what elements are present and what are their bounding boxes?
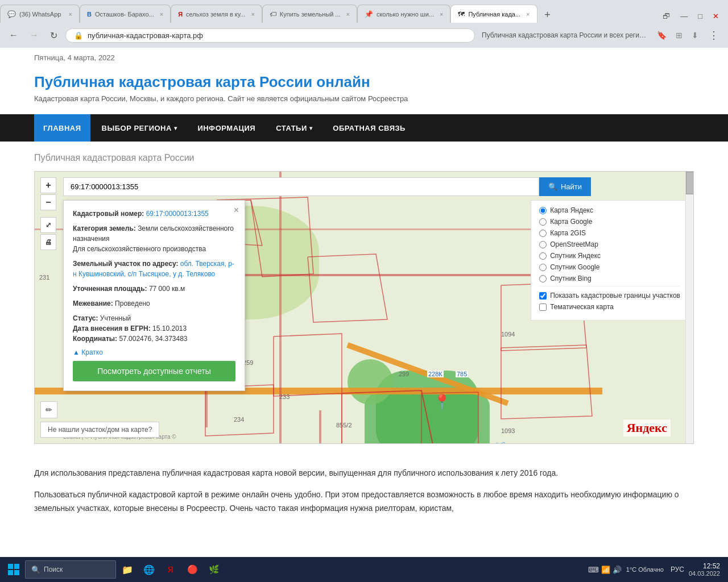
- taskbar-app-telegram[interactable]: 🌿: [204, 559, 224, 580]
- taskbar-app-chrome[interactable]: 🌐: [139, 559, 159, 580]
- nav-item-info[interactable]: ИНФОРМАЦИЯ: [188, 114, 264, 142]
- reload-button[interactable]: ↻: [47, 28, 61, 43]
- map-option-osm[interactable]: OpenStreetMap: [539, 240, 680, 248]
- forward-button[interactable]: →: [26, 28, 42, 43]
- taskbar-app-yandex[interactable]: Я: [160, 559, 181, 580]
- tab-label-selhoz: сельхоз земля в ку...: [186, 11, 245, 18]
- radio-osm-map[interactable]: [539, 241, 547, 248]
- zoom-in-button[interactable]: +: [40, 177, 56, 193]
- svg-rect-0: [8, 564, 13, 569]
- map-label-231: 231: [39, 274, 49, 281]
- tab-kupit[interactable]: 🏷 Купить земельный ... ×: [262, 5, 357, 23]
- road-thin-v3: [319, 410, 321, 444]
- tab-close-kadastrovaya[interactable]: ×: [526, 11, 530, 18]
- tab-close-skolko[interactable]: ×: [440, 11, 443, 18]
- label-thematic: Тематическая карта: [550, 303, 614, 311]
- map-option-satellite-bing[interactable]: Спутник Bing: [539, 275, 680, 282]
- popup-reports-button[interactable]: Посмотреть доступные отчеты: [73, 361, 235, 381]
- yandex-logo: Яндекс: [623, 419, 671, 436]
- new-tab-button[interactable]: +: [540, 7, 556, 23]
- minimize-button[interactable]: —: [677, 10, 691, 23]
- page-content: Для использования представлена публичная…: [0, 455, 728, 534]
- address-bar[interactable]: 🔒 публичная-кадастровая-карта.рф: [65, 28, 475, 43]
- radio-satellite-google[interactable]: [539, 264, 547, 271]
- checkbox-thematic[interactable]: [539, 304, 547, 311]
- bookmark-icon[interactable]: 🔖: [655, 28, 669, 42]
- map-option-show-cadastral[interactable]: Показать кадастровые границы участков: [539, 292, 680, 300]
- tab-close-selhoz[interactable]: ×: [251, 11, 254, 18]
- nav-label-info: ИНФОРМАЦИЯ: [197, 124, 255, 132]
- map-label-299: 299: [399, 371, 409, 377]
- zoom-out-button[interactable]: −: [40, 194, 56, 210]
- map-option-2gis[interactable]: Карта 2GIS: [539, 229, 680, 237]
- page-title-bar: Публичная кадастровая карта России и все…: [479, 29, 650, 41]
- checkbox-show-cadastral[interactable]: [539, 292, 547, 300]
- map-search-input[interactable]: [63, 177, 539, 196]
- nav-item-region[interactable]: ВЫБОР РЕГИОНА ▾: [93, 114, 187, 142]
- nav-item-stati[interactable]: СТАТЬИ ▾: [267, 114, 321, 142]
- download-icon[interactable]: ⬇: [689, 28, 701, 42]
- fullscreen-button[interactable]: ⤢: [40, 217, 56, 233]
- radio-satellite-yandex[interactable]: [539, 252, 547, 260]
- tray-network-icon[interactable]: 📶: [601, 566, 610, 574]
- map-scrollbar-thumb[interactable]: [686, 172, 694, 194]
- tab-close-osashkov[interactable]: ×: [160, 11, 163, 18]
- popup-collapse-button[interactable]: ▲ Кратко: [73, 348, 235, 356]
- nav-label-stati: СТАТЬИ: [276, 124, 307, 132]
- tab-bar: 💬 (36) WhatsApp × В Осташков- Барахо... …: [0, 0, 728, 23]
- page-title-main: Публичная кадастровая карта России онлай…: [34, 73, 694, 91]
- radio-2gis-map[interactable]: [539, 230, 547, 237]
- close-window-button[interactable]: ✕: [709, 10, 722, 23]
- tray-sound-icon[interactable]: 🔊: [613, 566, 622, 574]
- map-option-satellite-google[interactable]: Спутник Google: [539, 263, 680, 271]
- tab-close-whatsapp[interactable]: ×: [69, 11, 72, 18]
- tab-skolko[interactable]: 📌 сколько нужно ши... ×: [357, 5, 450, 23]
- popup-area-value: 77 000 кв.м: [149, 285, 185, 293]
- back-button[interactable]: ←: [6, 28, 22, 43]
- restore-down-button[interactable]: 🗗: [659, 10, 673, 23]
- tab-kadastrovaya[interactable]: 🗺 Публичная када... ×: [450, 5, 537, 23]
- popup-cadastral-link[interactable]: 69:17:0000013:1355: [146, 210, 209, 218]
- popup-date-label: Дата внесения в ЕГРН:: [73, 325, 151, 332]
- popup-close-button[interactable]: ×: [234, 205, 239, 215]
- search-btn-label: Найти: [561, 182, 582, 191]
- map-search-button[interactable]: 🔍 Найти: [539, 177, 591, 196]
- print-button[interactable]: 🖨: [40, 234, 56, 250]
- map-not-found-button[interactable]: Не нашли участок/дом на карте?: [40, 422, 159, 438]
- lang-label: РУС: [671, 566, 684, 573]
- radio-yandex-map[interactable]: [539, 207, 547, 214]
- nav-item-glavnaya[interactable]: ГЛАВНАЯ: [34, 114, 90, 142]
- taskbar-app-file-explorer[interactable]: 📁: [117, 559, 138, 580]
- taskbar-app-yandex-browser[interactable]: 🔴: [182, 559, 202, 580]
- draw-button[interactable]: ✏: [40, 401, 57, 418]
- map-option-yandex[interactable]: Карта Яндекс: [539, 206, 680, 214]
- nav-item-feedback[interactable]: ОБРАТНАЯ СВЯЗЬ: [324, 114, 415, 142]
- taskbar-search[interactable]: 🔍 Поиск: [25, 560, 116, 579]
- tray-weather[interactable]: 1°С Облачно: [624, 565, 666, 574]
- map-option-google[interactable]: Карта Google: [539, 218, 680, 226]
- browser-menu-button[interactable]: ⋮: [705, 27, 722, 44]
- tab-close-kupit[interactable]: ×: [346, 11, 350, 18]
- not-found-label: Не нашли участок/дом на карте?: [48, 426, 152, 434]
- map-option-thematic[interactable]: Тематическая карта: [539, 303, 680, 311]
- map-option-satellite-yandex[interactable]: Спутник Яндекс: [539, 252, 680, 260]
- map-scrollbar[interactable]: [685, 172, 693, 443]
- radio-satellite-bing[interactable]: [539, 275, 547, 282]
- maximize-button[interactable]: □: [694, 10, 706, 23]
- map-label-234: 234: [234, 416, 244, 423]
- extensions-icon[interactable]: ⊞: [673, 28, 685, 42]
- map-container[interactable]: 236 1277 231 1259 1259 233 234 299 228К …: [34, 171, 694, 444]
- tab-label-kadastrovaya: Публичная када...: [468, 11, 520, 18]
- tab-favicon-skolko: 📌: [365, 10, 373, 18]
- radio-google-map[interactable]: [539, 218, 547, 226]
- taskbar-tray: ⌨ 📶 🔊 1°С Облачно РУС 12:52 04.03.2022: [584, 562, 725, 577]
- label-2gis-map: Карта 2GIS: [550, 229, 586, 237]
- tab-osashkov[interactable]: В Осташков- Барахо... ×: [80, 5, 171, 23]
- language-indicator[interactable]: РУС: [668, 564, 686, 575]
- tab-selhoz[interactable]: Я сельхоз земля в ку... ×: [171, 5, 262, 23]
- start-button[interactable]: [3, 559, 24, 580]
- tray-clock[interactable]: 12:52 04.03.2022: [689, 562, 720, 577]
- map-pin: 📍: [433, 393, 451, 411]
- tab-whatsapp[interactable]: 💬 (36) WhatsApp ×: [0, 5, 80, 23]
- windows-logo-icon: [8, 564, 19, 575]
